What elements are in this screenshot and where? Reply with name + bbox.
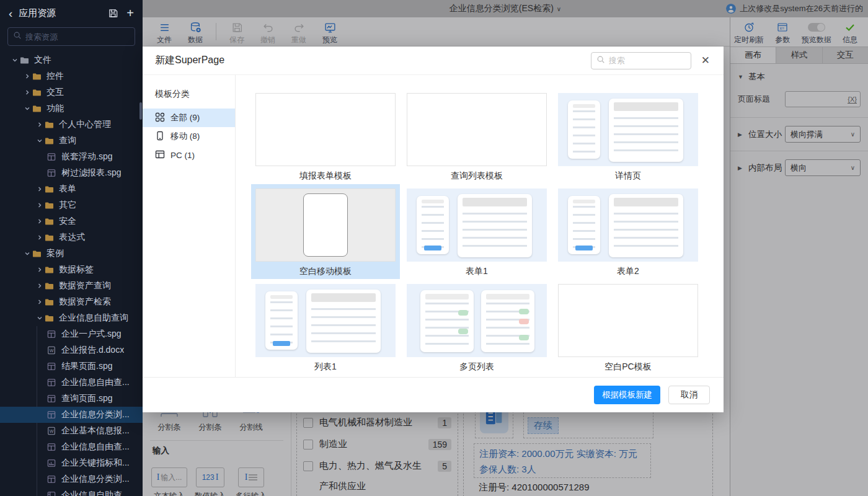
chevron-right-icon[interactable]: [22, 89, 32, 95]
app-root: ‹ 应用资源 + 文件控件交互功能个人中心管理查询嵌套浮动.spg树过滤报表.s…: [0, 0, 868, 496]
modal-header: 新建SuperPage ✕: [143, 46, 724, 75]
chevron-down-icon[interactable]: [35, 138, 45, 144]
resource-item-5[interactable]: 个人中心管理: [0, 117, 143, 133]
resource-item-6[interactable]: 查询: [0, 133, 143, 149]
resource-item-7[interactable]: 嵌套浮动.spg: [0, 149, 143, 165]
resource-tree: 文件控件交互功能个人中心管理查询嵌套浮动.spg树过滤报表.spg表单其它安全表…: [0, 52, 143, 496]
template-card-2[interactable]: 查询列表模板: [402, 89, 551, 184]
template-name: 查询列表模板: [407, 170, 547, 182]
resource-item-14[interactable]: 数据标签: [0, 262, 143, 278]
template-card-7[interactable]: 列表1: [251, 280, 400, 374]
template-thumbnail: [407, 284, 547, 357]
resource-item-17[interactable]: 企业信息自助查询: [0, 310, 143, 326]
chevron-right-icon[interactable]: [35, 122, 45, 128]
resource-item-8[interactable]: 树过滤报表.spg: [0, 165, 143, 181]
chevron-right-icon[interactable]: [35, 267, 45, 273]
resource-item-13[interactable]: 案例: [0, 246, 143, 262]
resource-item-26[interactable]: 企业关键指标和...: [0, 455, 143, 471]
folder-icon: [45, 136, 55, 146]
save-resource-icon[interactable]: [108, 8, 118, 19]
spg-file-icon: [47, 442, 58, 452]
template-search-input[interactable]: [609, 56, 686, 65]
resource-item-24[interactable]: W企业基本信息报...: [0, 423, 143, 439]
chevron-down-icon[interactable]: [22, 250, 32, 257]
template-name: 填报表单模板: [255, 170, 396, 182]
template-thumbnail: [558, 284, 698, 357]
category-pc[interactable]: PC (1): [143, 146, 235, 164]
resource-item-9[interactable]: 表单: [0, 181, 143, 197]
template-card-4[interactable]: 空白移动模板: [251, 184, 400, 279]
folder-icon: [45, 216, 55, 226]
template-search[interactable]: [591, 52, 691, 69]
template-name: 多页列表: [407, 361, 547, 373]
create-from-template-button[interactable]: 根据模板新建: [594, 386, 660, 404]
sidebar: ‹ 应用资源 + 文件控件交互功能个人中心管理查询嵌套浮动.spg树过滤报表.s…: [0, 0, 143, 496]
folder-icon: [45, 265, 55, 275]
resource-item-22[interactable]: 查询页面.spg: [0, 391, 143, 407]
resource-item-21[interactable]: 企业信息自由查...: [0, 374, 143, 391]
template-card-6[interactable]: 表单2: [554, 184, 702, 279]
resource-item-23[interactable]: 企业信息分类浏...: [0, 407, 143, 423]
resource-item-16[interactable]: 数据资产检索: [0, 294, 143, 310]
modal-title: 新建SuperPage: [155, 54, 224, 67]
spg-file-icon: [47, 394, 58, 404]
chevron-right-icon[interactable]: [35, 299, 45, 305]
resource-item-11[interactable]: 安全: [0, 213, 143, 229]
template-card-1[interactable]: 填报表单模板: [251, 89, 400, 184]
template-thumbnail: [558, 188, 698, 262]
mobile-icon: [155, 131, 165, 143]
chevron-right-icon[interactable]: [35, 186, 45, 192]
resource-item-1[interactable]: 文件: [0, 52, 143, 68]
resource-item-19[interactable]: W企业报告.d.docx: [0, 342, 143, 358]
template-name: 空白PC模板: [558, 361, 698, 373]
resource-item-3[interactable]: 交互: [0, 84, 143, 100]
chart-file-icon: [47, 458, 58, 468]
template-card-9[interactable]: 空白PC模板: [554, 280, 702, 374]
chevron-right-icon[interactable]: [35, 202, 45, 208]
add-resource-icon[interactable]: +: [126, 7, 134, 19]
folder-icon: [45, 200, 55, 210]
sidebar-scrollbar[interactable]: [140, 102, 142, 120]
resource-item-27[interactable]: 企业信息分类浏...: [0, 471, 143, 487]
folder-icon: [45, 313, 55, 323]
spg-file-icon: [47, 329, 58, 339]
sidebar-header: ‹ 应用资源 +: [0, 0, 143, 26]
resource-item-20[interactable]: 结果页面.spg: [0, 358, 143, 374]
chevron-down-icon[interactable]: [22, 105, 32, 112]
svg-text:W: W: [50, 429, 54, 433]
spg-file-icon: [47, 378, 58, 388]
sidebar-search[interactable]: [7, 27, 135, 46]
resource-item-12[interactable]: 表达式: [0, 229, 143, 246]
chevron-right-icon[interactable]: [35, 234, 45, 241]
resource-item-25[interactable]: 企业信息自由查...: [0, 439, 143, 455]
resource-item-4[interactable]: 功能: [0, 100, 143, 117]
cancel-button[interactable]: 取消: [668, 386, 710, 404]
template-thumbnail: [407, 93, 547, 166]
chevron-right-icon[interactable]: [35, 283, 45, 289]
close-icon[interactable]: ✕: [701, 54, 710, 67]
chevron-down-icon[interactable]: [35, 315, 45, 321]
template-categories: 模板分类 全部 (9)移动 (8)PC (1): [143, 75, 236, 377]
modal-footer: 根据模板新建 取消: [143, 377, 724, 412]
resource-item-2[interactable]: 控件: [0, 68, 143, 84]
chevron-right-icon[interactable]: [35, 218, 45, 224]
chevron-down-icon[interactable]: [10, 57, 20, 63]
folder-icon: [45, 281, 55, 291]
template-name: 列表1: [255, 361, 396, 373]
template-card-3[interactable]: 详情页: [554, 89, 702, 184]
template-card-8[interactable]: 多页列表: [402, 280, 551, 374]
template-thumbnail: [255, 93, 396, 166]
chevron-right-icon[interactable]: [22, 73, 32, 79]
resource-item-10[interactable]: 其它: [0, 197, 143, 213]
folder-icon: [32, 104, 43, 113]
template-card-5[interactable]: 表单1: [402, 184, 551, 279]
back-chevron-icon[interactable]: ‹: [9, 7, 12, 19]
resource-item-18[interactable]: 企业一户式.spg: [0, 326, 143, 342]
category-mobile[interactable]: 移动 (8): [143, 127, 235, 146]
folder-icon: [32, 249, 43, 259]
sidebar-search-input[interactable]: [25, 32, 130, 42]
category-grid[interactable]: 全部 (9): [143, 108, 235, 127]
resource-item-28[interactable]: 企业信息自助查...: [0, 487, 143, 496]
folder-icon: [20, 55, 30, 65]
resource-item-15[interactable]: 数据资产查询: [0, 278, 143, 294]
